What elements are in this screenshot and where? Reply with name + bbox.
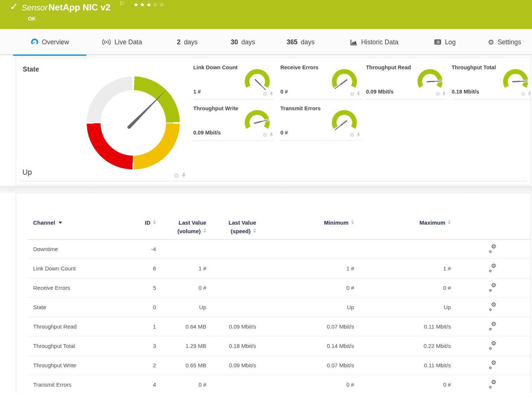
tab-label: days <box>184 38 198 46</box>
gauge-value: 0.18 Mbit/s <box>452 89 479 95</box>
channel-id: 0 <box>141 304 156 310</box>
tab-365-days[interactable]: 365 days <box>277 29 324 55</box>
channel-name[interactable]: Downtime <box>33 246 141 252</box>
channel-id: 3 <box>141 343 156 349</box>
channel-id: -4 <box>141 246 156 252</box>
gauge-panel-link-down-count: Link Down Count 1 # ⚙ <box>193 63 274 99</box>
last-value-speed: 0.09 Mbit/s <box>206 323 256 330</box>
channel-settings-icon[interactable]: ⚙⚙ <box>488 264 497 272</box>
tab-number: 30 <box>231 38 238 46</box>
gauge-panel-throughput-write: Throughput Write 0.09 Mbit/s ⚙ <box>193 104 274 140</box>
last-value-volume: 0 # <box>156 285 206 291</box>
tab-settings[interactable]: ⚙ Settings <box>480 29 529 55</box>
tab-bar: Overview Live Data 2 days 30 days 365 da… <box>0 29 532 55</box>
channel-name[interactable]: State <box>33 304 141 310</box>
gauge-label: Throughput Total <box>452 64 496 70</box>
pin-icon[interactable] <box>270 91 273 97</box>
gauge-icon <box>31 38 39 46</box>
tab-2-days[interactable]: 2 days <box>167 29 208 55</box>
gauge-settings-icon[interactable]: ⚙ <box>262 91 267 97</box>
column-header-last-value-volume[interactable]: Last Value (volume) <box>156 218 206 235</box>
table-row-transmit-errors: Transmit Errors 4 0 # 0 # 0 # ⚙⚙ <box>27 375 531 393</box>
pin-icon[interactable] <box>442 91 446 97</box>
gauge-settings-icon[interactable]: ⚙ <box>350 91 354 97</box>
gauge-panel-receive-errors: Receive Errors 0 # ⚙ <box>280 63 361 99</box>
channel-name[interactable]: Throughput Total <box>33 343 141 349</box>
gauge-label: Transmit Errors <box>280 105 321 111</box>
pin-icon[interactable] <box>182 172 186 179</box>
state-gauge-value: Up <box>22 168 32 177</box>
pin-icon[interactable] <box>270 132 273 138</box>
state-gauge-actions: ⚙ <box>174 172 186 179</box>
gauge-panel-throughput-total: Throughput Total 0.18 Mbit/s ⚙ <box>452 63 531 99</box>
maximum-value: 0.11 Mbit/s <box>354 362 451 368</box>
channel-settings-icon[interactable]: ⚙⚙ <box>488 380 497 388</box>
tab-log[interactable]: Log <box>426 29 463 55</box>
star-rating[interactable]: ★★★☆☆ <box>133 1 166 8</box>
gauge-label: Receive Errors <box>280 64 318 70</box>
tab-historic-data[interactable]: Historic Data <box>339 29 410 55</box>
column-header-maximum[interactable]: Maximum <box>354 218 451 227</box>
channel-settings-icon[interactable]: ⚙⚙ <box>488 322 497 330</box>
last-value-volume: 0 # <box>156 381 206 388</box>
minimum-value: 0 # <box>256 381 354 388</box>
column-subtitle: (speed) <box>231 228 251 234</box>
column-header-channel[interactable]: Channel <box>33 218 141 227</box>
gauge-settings-icon[interactable]: ⚙ <box>435 91 440 97</box>
gauge-settings-icon[interactable]: ⚙ <box>174 172 179 179</box>
maximum-value: Up <box>354 304 451 310</box>
channel-settings-icon[interactable]: ⚙⚙ <box>488 361 497 369</box>
column-title: Maximum <box>420 219 445 226</box>
minimum-value: 0 # <box>256 285 354 291</box>
channel-name[interactable]: Throughput Write <box>33 362 141 368</box>
gear-icon: ⚙ <box>488 38 494 47</box>
tab-label: Log <box>445 38 456 46</box>
state-donut-gauge <box>87 76 180 169</box>
tab-overview[interactable]: Overview <box>13 29 86 55</box>
column-header-last-value-speed[interactable]: Last Value (speed) <box>206 218 256 235</box>
sort-icon <box>203 228 206 233</box>
gauges-panel: State Up ⚙ Link Down Count 1 # ⚙ <box>16 57 531 185</box>
channel-id: 1 <box>141 323 156 330</box>
channel-settings-icon[interactable]: ⚙⚙ <box>488 302 497 311</box>
channel-id: 4 <box>141 381 156 388</box>
tab-number: 2 <box>177 38 181 46</box>
last-value-speed: 0.18 Mbit/s <box>206 343 256 349</box>
table-row-link-down-count: Link Down Count 6 1 # 1 # 1 # ⚙⚙ <box>27 259 531 278</box>
channel-name[interactable]: Receive Errors <box>33 285 141 291</box>
last-value-volume: Up <box>156 304 206 310</box>
tab-30-days[interactable]: 30 days <box>222 29 264 55</box>
tab-live-data[interactable]: Live Data <box>94 29 150 55</box>
maximum-value: 0 # <box>354 381 451 388</box>
gauge-settings-icon[interactable]: ⚙ <box>350 132 354 138</box>
table-row-state: State 0 Up Up Up ⚙⚙ <box>27 298 531 317</box>
channel-settings-icon[interactable]: ⚙⚙ <box>488 341 497 349</box>
gauge-label: Link Down Count <box>193 64 238 70</box>
flag-icon[interactable]: ⚐ <box>120 0 125 7</box>
channel-settings-icon[interactable]: ⚙⚙ <box>488 283 497 291</box>
channel-id: 2 <box>141 362 156 368</box>
sort-desc-icon <box>58 222 62 224</box>
channel-settings-icon[interactable]: ⚙⚙ <box>488 244 497 253</box>
minimum-value: 0.07 Mbit/s <box>256 362 354 368</box>
table-row-throughput-read: Throughput Read 1 0.64 MB 0.09 Mbit/s 0.… <box>27 317 531 336</box>
channel-table-panel: Channel ID Last Value (volume) Last Valu… <box>16 193 531 393</box>
pin-icon[interactable] <box>357 132 360 138</box>
channel-name[interactable]: Link Down Count <box>33 265 141 272</box>
column-header-minimum[interactable]: Minimum <box>256 218 354 227</box>
pin-icon[interactable] <box>357 91 360 97</box>
table-row-throughput-write: Throughput Write 2 0.65 MB 0.09 Mbit/s 0… <box>27 356 531 375</box>
channel-name[interactable]: Throughput Read <box>33 323 141 330</box>
table-row-receive-errors: Receive Errors 5 0 # 0 # 0 # ⚙⚙ <box>27 278 531 298</box>
gauge-settings-icon[interactable]: ⚙ <box>262 132 267 138</box>
sort-icon <box>153 220 156 224</box>
gauge-panel-transmit-errors: Transmit Errors 0 # ⚙ <box>280 104 361 140</box>
column-header-id[interactable]: ID <box>141 218 156 227</box>
pin-icon[interactable] <box>528 91 531 97</box>
maximum-value: 1 # <box>354 265 451 272</box>
status-badge: OK <box>28 16 36 22</box>
minimum-value: Up <box>256 304 354 310</box>
channel-name[interactable]: Transmit Errors <box>33 381 141 388</box>
gauge-settings-icon[interactable]: ⚙ <box>521 91 526 97</box>
column-subtitle: (volume) <box>177 228 201 234</box>
